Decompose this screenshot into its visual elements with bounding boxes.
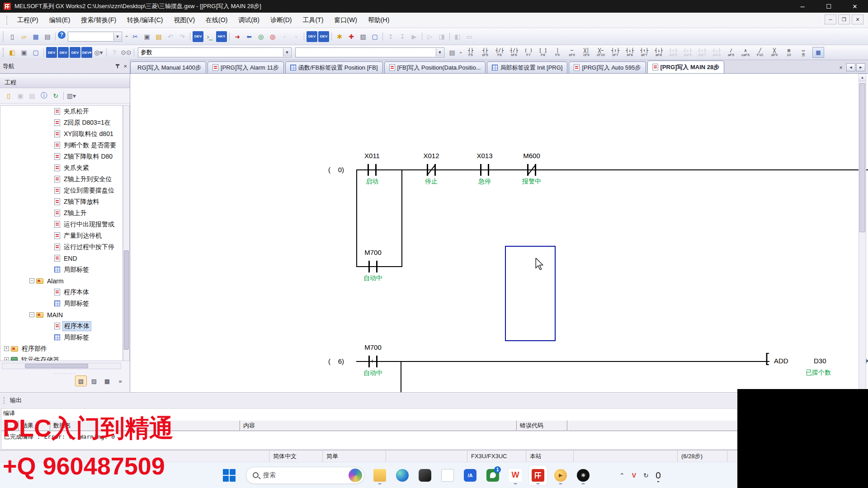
toolbar-button[interactable] [105,47,108,58]
tree-horizontal-scrollbar[interactable] [2,363,121,369]
output-column-header[interactable]: 内容 [240,420,517,431]
toolbar-button[interactable]: ↧ [397,31,408,42]
tree-item[interactable]: + 程序部件 [0,343,123,354]
ladder-symbol-button[interactable]: │F9 [551,47,564,59]
project-tab[interactable]: 工程 [0,77,130,88]
ladder-symbol-button[interactable]: ⊞10 [782,47,796,59]
toolbar-button[interactable]: DEV [46,47,57,58]
toolbar-button[interactable]: ›_ [204,31,215,42]
expand-icon[interactable]: − [29,278,34,283]
pin-icon[interactable] [115,64,120,69]
parameter-combobox[interactable]: 参数 ▼ [138,47,292,57]
tree-item[interactable]: 夹爪夹紧 [0,162,123,174]
toolbar-button[interactable] [302,31,306,42]
tree-item[interactable]: 产量到达停机 [0,230,123,241]
document-tab[interactable]: [PRG]写入 Alarm 11步 [208,61,284,73]
toolbar-button[interactable]: ◧ [7,47,18,58]
toolbar-button[interactable]: ▯ [7,31,18,42]
menu-item[interactable]: 工具(T) [297,14,329,26]
ladder-symbol-button[interactable]: [ ]F8 [536,47,550,59]
toolbar-button[interactable]: DEV [70,47,80,58]
toolbar-button[interactable]: ▫ [279,31,290,42]
ladder-symbol-button[interactable]: ╳│cF9 [580,47,593,59]
panel-resize-grip[interactable]: ········· [54,371,76,376]
mdi-close-button[interactable]: ✕ [852,14,863,24]
toolbar-button[interactable]: ◎ [255,31,266,42]
toolbar-button[interactable]: DEV [58,47,69,58]
microphone-icon[interactable] [656,472,660,479]
taskbar-app-icon[interactable] [552,465,570,485]
toolbar-button[interactable] [132,47,136,58]
view-selector-icon[interactable]: ▨ [88,375,100,386]
toolbar-combobox[interactable]: ▼ [68,32,122,42]
ladder-symbol-button[interactable]: ┤↑├saF7 [695,47,709,59]
mdi-minimize-button[interactable]: ─ [825,14,836,24]
toolbar-button[interactable]: ◎▾ [93,47,104,58]
tree-item[interactable]: END [0,253,123,264]
toolbar-button[interactable]: ▤ [447,47,458,58]
toolbar-overflow-icon[interactable]: ÷ [458,47,463,58]
device-combobox[interactable]: ▼ [295,47,444,57]
toolbar-button[interactable]: ↥ [385,31,396,42]
taskbar-search-input[interactable]: 搜索 [246,467,364,484]
tree-item[interactable]: XY回取料位 d801 [0,128,123,140]
toolbar-button[interactable] [330,31,333,42]
toolbar-button[interactable]: DEV [307,31,317,42]
ladder-symbol-button[interactable]: ┤↓├sF8 [623,47,637,59]
menu-item[interactable]: 转换/编译(C) [122,14,168,26]
tab-close-icon[interactable]: × [837,64,844,71]
toolbar-button[interactable]: ▦ [30,31,41,42]
ladder-symbol-button[interactable]: ╳aF9 [768,47,781,59]
ladder-symbol-button[interactable]: ┤↑├aF7 [637,47,651,59]
chevron-down-icon[interactable]: ▼ [283,48,291,56]
toolbar-button[interactable]: ▷ [425,31,435,42]
tree-item[interactable]: − Alarm [0,275,123,286]
toolbar-button[interactable]: ⬅ [244,31,255,42]
close-icon[interactable]: × [123,64,127,69]
toolbar-button[interactable] [189,31,192,42]
tree-item[interactable]: Z轴下降取料 D80 [0,151,123,162]
project-tool-button[interactable]: ▤ [27,90,38,101]
ladder-contact[interactable]: ↑ M700 自动中 [366,356,380,367]
ladder-symbol-button[interactable]: ┤↓├saF6 [681,47,694,59]
toolbar-button[interactable]: ➜ [232,31,243,42]
toolbar-button[interactable]: DEV [318,31,329,42]
toolbar-button[interactable]: ▢ [30,47,41,58]
tree-item[interactable]: Z轴上升 [0,207,123,219]
ladder-symbol-button[interactable]: ┤├F5 [464,47,477,59]
document-tab[interactable]: [PRG]写入 MAIN 28步 [647,61,725,73]
tree-item[interactable]: 局部标签 [0,332,123,343]
tree-item[interactable]: Z轴下降放料 [0,196,123,207]
ladder-symbol-button[interactable]: ╱F10 [753,47,767,59]
toolbar-button[interactable]: ◨ [436,31,447,42]
toolbar-button[interactable]: ▭ [464,31,475,42]
chevron-down-icon[interactable]: ▼ [113,33,121,41]
chevron-down-icon[interactable]: ▼ [436,48,443,56]
menu-item[interactable]: 视图(V) [168,14,200,26]
toolbar-button[interactable]: ▶ [409,31,420,42]
ladder-symbol-button[interactable]: ∧caF5 [739,47,752,59]
taskbar-app-icon[interactable] [371,465,389,485]
document-tab[interactable]: RG]写入 Manual 1400步 [130,61,206,73]
tree-item[interactable]: 夹爪松开 [0,106,123,117]
ladder-contact[interactable]: ↑ M600 报警中 [525,164,538,176]
toolbar-button[interactable]: ▤ [42,31,53,42]
tray-chevron-icon[interactable]: ⌃ [619,472,625,479]
project-tool-button[interactable]: ▥▾ [66,90,77,101]
dock-grip[interactable] [4,397,5,404]
tree-item[interactable]: + 软元件存储器 [0,354,123,361]
taskbar-app-icon[interactable] [439,465,457,485]
ladder-text[interactable]: ADD [774,357,788,365]
mdi-restore-button[interactable]: ❐ [838,14,850,24]
daily-image-icon[interactable] [349,469,362,482]
project-tool-button[interactable] [62,90,65,101]
toolbar-button[interactable] [381,31,384,42]
menu-item[interactable]: 工程(P) [12,14,44,26]
project-tool-button[interactable]: ⓘ [38,90,49,101]
ladder-symbol-button[interactable]: ┤↑├sF7 [609,47,622,59]
menu-item[interactable]: 窗口(W) [329,14,363,26]
toolbar-button[interactable]: ↶ [165,31,176,42]
tree-item[interactable]: 局部标签 [0,298,123,309]
document-tab[interactable]: 函数/FB标签设置 Position [FB] [285,61,383,73]
menu-item[interactable]: 调试(B) [233,14,265,26]
